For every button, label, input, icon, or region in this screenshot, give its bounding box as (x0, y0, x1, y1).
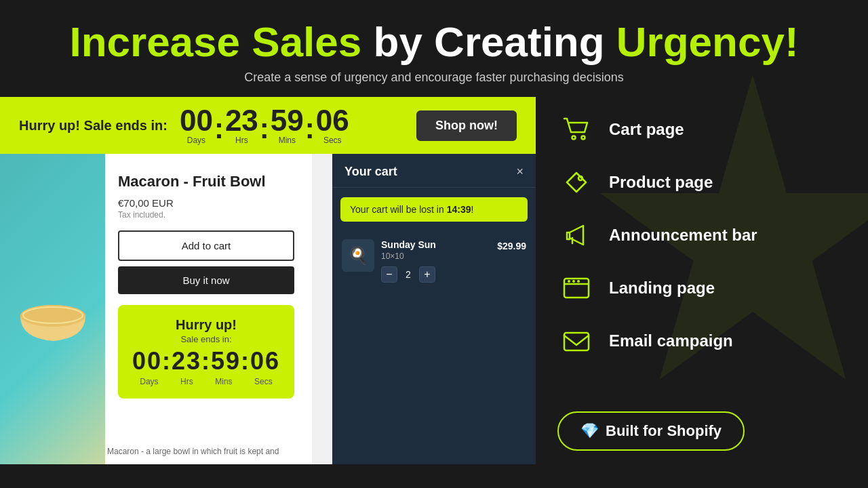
cart-item-price: $29.99 (497, 241, 526, 251)
cart-item-variant: 10×10 (381, 251, 490, 261)
cart-title: Your cart (344, 165, 397, 179)
svg-rect-13 (564, 333, 589, 350)
cart-header: Your cart × (332, 154, 536, 188)
left-panel: Hurry up! Sale ends in: 00 Days : 23 Hrs… (0, 97, 536, 464)
mins-value: 59 (271, 106, 304, 136)
days-label: Days (187, 136, 205, 145)
announcement-bar-icon (557, 216, 595, 254)
mins-label: Mins (279, 136, 296, 145)
days-value: 00 (180, 106, 213, 136)
cart-item-image: 🍳 (342, 239, 374, 272)
announcement-bar: Hurry up! Sale ends in: 00 Days : 23 Hrs… (0, 97, 536, 154)
mins-group: 59 Mins (271, 106, 304, 145)
product-info: Macaron - Fruit Bowl €70,00 EUR Tax incl… (107, 154, 312, 409)
svg-point-10 (568, 280, 570, 283)
hb-hrs: Hrs (180, 377, 193, 386)
shopify-btn-label: Built for Shopify (606, 422, 722, 440)
feature-label-cart-page: Cart page (609, 120, 684, 139)
right-panel-content: Cart page Product page (557, 110, 846, 451)
hurry-box-subtitle: Sale ends in: (129, 334, 283, 344)
buy-now-button[interactable]: Buy it now (118, 266, 294, 294)
quantity-decrease-button[interactable]: − (381, 266, 397, 283)
cart-item: 🍳 Sunday Sun 10×10 − 2 + $29.99 (332, 231, 536, 291)
heading-green1: Increase Sales (69, 18, 361, 65)
main-layout: Hurry up! Sale ends in: 00 Days : 23 Hrs… (0, 97, 868, 464)
subtitle: Create a sense of urgency and encourage … (14, 70, 854, 85)
hb-days: Days (140, 377, 158, 386)
right-panel: Cart page Product page (536, 97, 868, 464)
feature-item-cart-page: Cart page (557, 110, 846, 148)
sep1: : (213, 113, 225, 145)
svg-point-12 (577, 280, 580, 283)
product-image (0, 154, 105, 464)
cart-item-info: Sunday Sun 10×10 − 2 + (381, 239, 490, 283)
hb-mins: Mins (215, 377, 232, 386)
heading-white: by Creating (361, 18, 604, 65)
feature-label-product-page: Product page (609, 173, 713, 192)
product-name: Macaron - Fruit Bowl (118, 173, 301, 190)
feature-item-announcement-bar: Announcement bar (557, 216, 846, 254)
product-page-icon (557, 163, 595, 201)
secs-value: 06 (316, 106, 349, 136)
secs-group: 06 Secs (316, 106, 349, 145)
cart-timer: Your cart will be lost in 14:39! (340, 197, 528, 222)
add-to-cart-button[interactable]: Add to cart (118, 230, 294, 261)
svg-point-6 (572, 136, 576, 140)
diamond-icon: 💎 (580, 422, 599, 440)
feature-item-product-page: Product page (557, 163, 846, 201)
product-tax: Tax included. (118, 210, 301, 220)
hb-secs: Secs (254, 377, 273, 386)
feature-item-landing-page: Landing page (557, 269, 846, 307)
heading-green2: Urgency! (605, 18, 799, 65)
svg-point-7 (582, 136, 585, 140)
shopify-button[interactable]: 💎 Built for Shopify (557, 411, 745, 451)
cart-item-name: Sunday Sun (381, 239, 490, 250)
shop-now-button[interactable]: Shop now! (416, 110, 517, 141)
hurry-box-title: Hurry up! (129, 317, 283, 333)
svg-point-8 (578, 176, 583, 180)
hurry-box-labels: Days Hrs Mins Secs (129, 377, 283, 386)
hrs-group: 23 Hrs (225, 106, 258, 145)
secs-label: Secs (323, 136, 342, 145)
cart-close-button[interactable]: × (516, 165, 524, 179)
landing-page-icon (557, 269, 595, 307)
feature-item-email-campaign: Email campaign (557, 322, 846, 360)
cart-panel: Your cart × Your cart will be lost in 14… (332, 154, 536, 464)
hrs-label: Hrs (235, 136, 248, 145)
hrs-value: 23 (225, 106, 258, 136)
quantity-increase-button[interactable]: + (419, 266, 435, 283)
product-description: Macaron - a large bowl in which fruit is… (107, 447, 290, 456)
sep3: : (304, 113, 316, 145)
feature-label-email-campaign: Email campaign (609, 331, 733, 350)
cart-timer-text: Your cart will be lost in (350, 204, 447, 215)
cart-timer-value: 14:39 (447, 204, 471, 215)
days-group: 00 Days (180, 106, 213, 145)
feature-list: Cart page Product page (557, 110, 846, 360)
main-heading: Increase Sales by Creating Urgency! (14, 19, 854, 65)
hurry-box-countdown: 00:23:59:06 (129, 347, 283, 375)
cart-page-icon (557, 110, 595, 148)
feature-label-landing-page: Landing page (609, 279, 715, 298)
hurry-up-box: Hurry up! Sale ends in: 00:23:59:06 Days… (118, 305, 294, 399)
feature-label-announcement-bar: Announcement bar (609, 226, 757, 245)
hurry-up-text: Hurry up! Sale ends in: (19, 118, 167, 134)
product-panel: Macaron - Fruit Bowl €70,00 EUR Tax incl… (0, 154, 312, 464)
cart-timer-end: ! (471, 204, 473, 215)
sep2: : (258, 113, 271, 145)
quantity-value: 2 (403, 269, 414, 280)
svg-point-11 (572, 280, 575, 283)
product-cart-area: Macaron - Fruit Bowl €70,00 EUR Tax incl… (0, 154, 536, 464)
product-price: €70,00 EUR (118, 197, 301, 209)
cart-quantity-row: − 2 + (381, 266, 490, 283)
page-header: Increase Sales by Creating Urgency! Crea… (0, 0, 868, 97)
email-campaign-icon (557, 322, 595, 360)
